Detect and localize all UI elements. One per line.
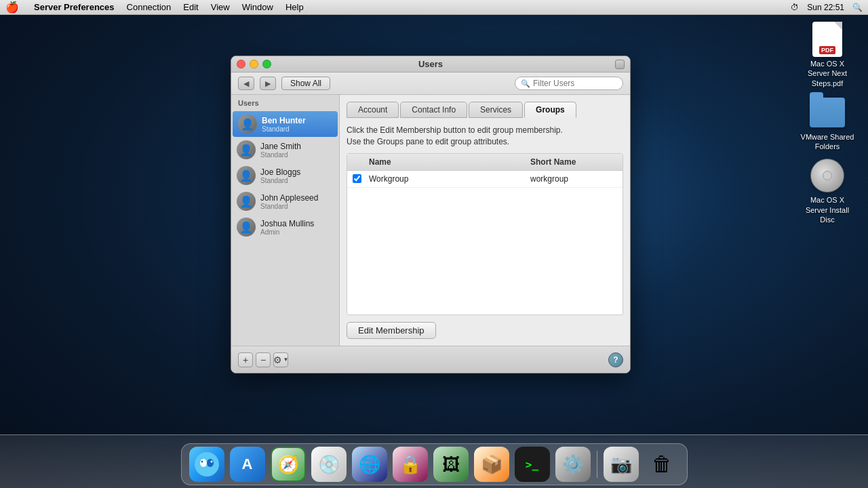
avatar-john-appleseed: 👤 xyxy=(237,192,256,211)
menu-connection[interactable]: Connection xyxy=(127,2,172,12)
window-corner-button[interactable] xyxy=(615,60,625,69)
add-user-button[interactable]: + xyxy=(238,352,253,367)
user-role-joe-bloggs: Standard xyxy=(260,177,300,184)
avatar-jane-smith: 👤 xyxy=(237,140,256,159)
svg-point-1 xyxy=(200,459,207,467)
dock-item-network[interactable]: 🌐 xyxy=(351,447,388,482)
pdf-icon-label: Mac OS X Server Next Steps.pdf xyxy=(800,59,854,88)
sidebar-item-joshua-mullins[interactable]: 👤 Joshua Mullins Admin xyxy=(231,214,339,240)
column-header-short-name: Short Name xyxy=(528,156,623,168)
sidebar-item-john-appleseed[interactable]: 👤 John Appleseed Standard xyxy=(231,188,339,214)
minimize-button[interactable] xyxy=(250,60,258,68)
svg-point-4 xyxy=(210,461,212,463)
search-input[interactable] xyxy=(533,79,617,88)
dock-separator xyxy=(597,451,597,478)
dock-item-safari[interactable]: 🧭 xyxy=(270,447,307,482)
disc-icon-label: Mac OS X Server Install Disc xyxy=(800,195,854,224)
avatar-joe-bloggs: 👤 xyxy=(237,166,256,185)
pdf-badge: PDF xyxy=(819,46,835,54)
vpn-icon: 🔒 xyxy=(393,447,428,482)
dock-item-image-capture[interactable]: 🖼 xyxy=(433,447,469,482)
users-window: Users ◀ ▶ Show All 🔍 Users 👤 Ben Hunter xyxy=(231,56,631,373)
user-info-john-appleseed: John Appleseed Standard xyxy=(260,193,318,210)
sidebar-item-joe-bloggs[interactable]: 👤 Joe Bloggs Standard xyxy=(231,163,339,188)
svg-point-3 xyxy=(201,461,203,463)
tab-services[interactable]: Services xyxy=(469,102,523,118)
system-prefs-icon: ⚙️ xyxy=(555,447,591,482)
gear-menu-button[interactable]: ⚙ ▼ xyxy=(273,352,288,367)
desktop-icons: PDF Mac OS X Server Next Steps.pdf VMwar… xyxy=(800,22,854,224)
dock-item-vpn[interactable]: 🔒 xyxy=(392,447,429,482)
user-name-joshua-mullins: Joshua Mullins xyxy=(260,219,314,228)
close-button[interactable] xyxy=(237,60,245,68)
search-icon: 🔍 xyxy=(521,79,530,88)
window-footer: + − ⚙ ▼ ? xyxy=(231,346,630,373)
user-name-joe-bloggs: Joe Bloggs xyxy=(260,167,300,177)
desktop-icon-disc[interactable]: Mac OS X Server Install Disc xyxy=(800,158,854,224)
disc-file-icon xyxy=(810,159,844,192)
menu-edit[interactable]: Edit xyxy=(183,2,198,12)
pdf-file-icon: PDF xyxy=(812,22,842,57)
menu-server-prefs[interactable]: Server Preferences xyxy=(34,2,115,12)
edit-membership-button[interactable]: Edit Membership xyxy=(347,322,436,339)
back-button[interactable]: ◀ xyxy=(238,77,254,90)
maximize-button[interactable] xyxy=(262,60,271,68)
search-menubar-icon[interactable]: 🔍 xyxy=(852,3,863,12)
window-controls xyxy=(237,60,271,68)
folder-file-icon xyxy=(810,98,845,127)
dock-item-installer[interactable]: 📦 xyxy=(473,447,510,482)
dock-item-system-prefs[interactable]: ⚙️ xyxy=(555,447,591,482)
forward-button[interactable]: ▶ xyxy=(260,77,276,90)
dock-item-trash[interactable]: 🗑 xyxy=(644,447,680,482)
user-role-joshua-mullins: Admin xyxy=(260,228,314,236)
window-titlebar: Users xyxy=(231,56,630,73)
dock-item-finder[interactable] xyxy=(189,447,225,482)
menu-view[interactable]: View xyxy=(211,2,230,12)
dock-item-appstore[interactable]: A xyxy=(229,447,266,482)
desktop-icon-pdf[interactable]: PDF Mac OS X Server Next Steps.pdf xyxy=(800,22,854,88)
appstore-icon: A xyxy=(230,447,265,482)
avatar-ben-hunter: 👤 xyxy=(238,115,257,134)
sidebar-item-jane-smith[interactable]: 👤 Jane Smith Standard xyxy=(231,137,339,163)
tab-account[interactable]: Account xyxy=(347,102,399,118)
user-name-john-appleseed: John Appleseed xyxy=(260,193,318,203)
svg-point-2 xyxy=(207,459,214,467)
groups-desc-line2: Use the Groups pane to edit group attrib… xyxy=(347,137,509,146)
tab-groups[interactable]: Groups xyxy=(524,102,576,118)
row-short-name-workgroup: workgroup xyxy=(528,173,623,185)
avatar-joshua-mullins: 👤 xyxy=(237,218,256,237)
user-role-ben-hunter: Standard xyxy=(262,125,306,133)
sidebar-item-ben-hunter[interactable]: 👤 Ben Hunter Standard xyxy=(233,111,338,137)
menubar: 🍎 Server Preferences Connection Edit Vie… xyxy=(0,0,868,15)
table-header: Name Short Name xyxy=(347,154,623,171)
show-all-button[interactable]: Show All xyxy=(281,77,330,90)
gear-chevron-icon: ▼ xyxy=(283,357,289,363)
time-machine-icon: ⏱ xyxy=(791,3,799,12)
user-role-jane-smith: Standard xyxy=(260,151,301,159)
installer-icon: 📦 xyxy=(474,447,509,482)
user-name-jane-smith: Jane Smith xyxy=(260,142,301,151)
tab-contact-info[interactable]: Contact Info xyxy=(400,102,467,118)
camera-icon: 📷 xyxy=(604,447,639,482)
remove-user-button[interactable]: − xyxy=(256,352,271,367)
menubar-right: ⏱ Sun 22:51 🔍 xyxy=(791,3,863,12)
menu-help[interactable]: Help xyxy=(285,2,304,12)
desktop: PDF Mac OS X Server Next Steps.pdf VMwar… xyxy=(0,15,868,434)
row-name-workgroup: Workgroup xyxy=(366,173,528,185)
dock-inner: A 🧭 💿 🌐 🔒 🖼 xyxy=(181,443,688,485)
user-info-ben-hunter: Ben Hunter Standard xyxy=(262,116,306,133)
safari-icon: 🧭 xyxy=(271,447,306,482)
sidebar-header: Users xyxy=(231,95,339,111)
dock-item-disk-utility[interactable]: 💿 xyxy=(311,447,347,482)
help-button[interactable]: ? xyxy=(608,352,623,367)
menu-window[interactable]: Window xyxy=(242,2,273,12)
dock-item-terminal[interactable]: >_ xyxy=(514,447,551,482)
clock-display: Sun 22:51 xyxy=(807,3,844,12)
dock-item-camera[interactable]: 📷 xyxy=(603,447,639,482)
apple-menu[interactable]: 🍎 xyxy=(5,1,19,14)
desktop-icon-vmware[interactable]: VMware Shared Folders xyxy=(800,95,854,152)
row-checkbox-workgroup[interactable] xyxy=(353,174,361,183)
svg-point-0 xyxy=(195,452,219,476)
search-field[interactable]: 🔍 xyxy=(515,77,623,90)
groups-table: Name Short Name Workgroup workgroup xyxy=(347,153,623,315)
